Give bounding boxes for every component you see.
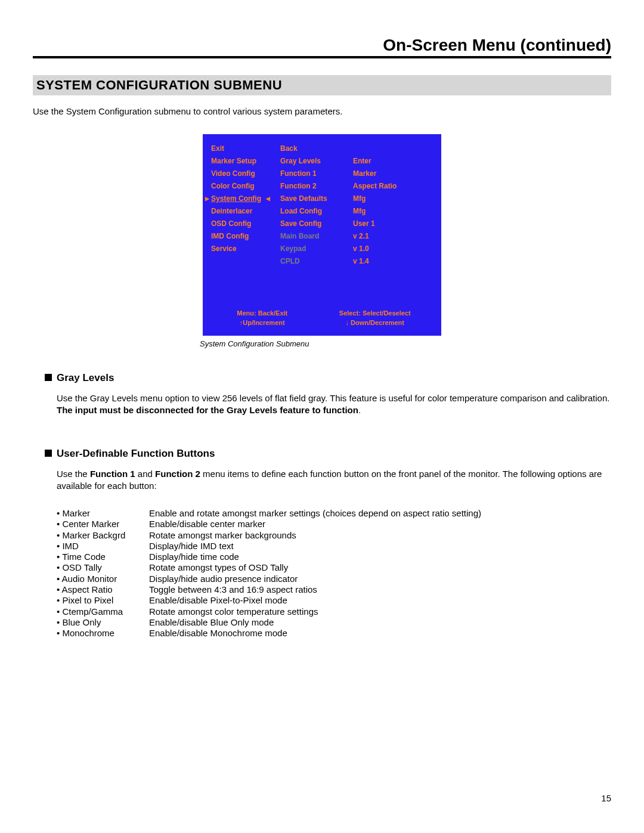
osd-hint-up: ↑Up/Increment: [237, 318, 287, 327]
option-desc: Enable/disable center marker: [149, 519, 611, 529]
option-desc: Enable/disable Pixel-to-Pixel mode: [149, 595, 611, 606]
osd-hint-select: Select: Select/Deselect: [339, 308, 411, 318]
osd-screenshot: ExitMarker SetupVideo ConfigColor Config…: [33, 134, 611, 336]
osd-item: Video Config: [211, 169, 272, 179]
osd-item: Gray Levels: [280, 156, 345, 166]
function-options-list: MarkerEnable and rotate amongst marker s…: [57, 508, 611, 639]
osd-item: Function 2: [280, 181, 345, 191]
option-row: Aspect RatioToggle between 4:3 and 16:9 …: [57, 584, 611, 595]
osd-item: [353, 144, 436, 154]
option-name: Blue Only: [57, 617, 149, 628]
section-title: SYSTEM CONFIGURATION SUBMENU: [33, 75, 611, 95]
option-desc: Rotate amongst types of OSD Tally: [149, 562, 611, 573]
osd-item: Main Board: [280, 231, 345, 241]
option-row: Audio MonitorDisplay/hide audio presence…: [57, 574, 611, 584]
osd-caption: System Configuration Submenu: [200, 339, 611, 348]
page-header: On-Screen Menu (continued): [33, 36, 611, 58]
osd-item: Back: [280, 144, 345, 154]
osd-footer: Menu: Back/Exit ↑Up/Increment Select: Se…: [211, 308, 436, 327]
osd-item: Aspect Ratio: [353, 181, 436, 191]
option-desc: Display/hide IMD text: [149, 541, 611, 552]
osd-item: v 1.0: [353, 244, 436, 254]
osd-item: OSD Config: [211, 219, 272, 229]
osd-item: Mfg: [353, 206, 436, 216]
square-bullet-icon: [45, 374, 52, 381]
option-name: Marker Backgrd: [57, 530, 149, 541]
option-name: Center Marker: [57, 519, 149, 529]
gray-levels-body: Use the Gray Levels menu option to view …: [57, 392, 611, 416]
osd-item: Marker: [353, 169, 436, 179]
osd-item: Service: [211, 244, 272, 254]
gray-levels-heading: Gray Levels: [45, 372, 611, 384]
osd-item: System Config: [211, 194, 272, 204]
osd-item: CPLD: [280, 256, 345, 267]
option-name: Monochrome: [57, 628, 149, 639]
osd-hint-down: ↓ Down/Decrement: [339, 318, 411, 327]
option-name: Audio Monitor: [57, 574, 149, 584]
osd-panel: ExitMarker SetupVideo ConfigColor Config…: [203, 134, 441, 336]
option-row: Time CodeDisplay/hide time code: [57, 552, 611, 562]
option-name: Time Code: [57, 552, 149, 562]
square-bullet-icon: [45, 450, 52, 457]
option-row: Ctemp/GammaRotate amongst color temperat…: [57, 606, 611, 617]
osd-item: Deinterlacer: [211, 206, 272, 216]
option-name: Aspect Ratio: [57, 584, 149, 595]
intro-text: Use the System Configuration submenu to …: [33, 106, 611, 116]
option-name: Marker: [57, 508, 149, 519]
option-row: MonochromeEnable/disable Monochrome mode: [57, 628, 611, 639]
option-desc: Toggle between 4:3 and 16:9 aspect ratio…: [149, 584, 611, 595]
function-buttons-body: Use the Function 1 and Function 2 menu i…: [57, 468, 611, 491]
osd-column-sub: BackGray LevelsFunction 1Function 2Save …: [280, 144, 345, 267]
option-row: Pixel to PixelEnable/disable Pixel-to-Pi…: [57, 595, 611, 606]
osd-item: Enter: [353, 156, 436, 166]
osd-item: Keypad: [280, 244, 345, 254]
option-row: OSD TallyRotate amongst types of OSD Tal…: [57, 562, 611, 573]
option-desc: Display/hide audio presence indicator: [149, 574, 611, 584]
function-buttons-heading: User-Definable Function Buttons: [45, 448, 611, 460]
osd-item: Load Config: [280, 206, 345, 216]
osd-column-values: EnterMarkerAspect RatioMfgMfgUser 1v 2.1…: [353, 144, 436, 267]
osd-item: Color Config: [211, 181, 272, 191]
osd-item: Function 1: [280, 169, 345, 179]
option-name: Pixel to Pixel: [57, 595, 149, 606]
osd-item: Exit: [211, 144, 272, 154]
option-row: IMDDisplay/hide IMD text: [57, 541, 611, 552]
osd-item: IMD Config: [211, 231, 272, 241]
page-number: 15: [601, 793, 611, 803]
osd-item: Save Defaults: [280, 194, 345, 204]
option-desc: Rotate amongst marker backgrounds: [149, 530, 611, 541]
option-name: OSD Tally: [57, 562, 149, 573]
option-name: IMD: [57, 541, 149, 552]
option-desc: Enable and rotate amongst marker setting…: [149, 508, 611, 519]
osd-item: User 1: [353, 219, 436, 229]
osd-item: Save Config: [280, 219, 345, 229]
option-desc: Enable/disable Monochrome mode: [149, 628, 611, 639]
option-row: MarkerEnable and rotate amongst marker s…: [57, 508, 611, 519]
option-desc: Enable/disable Blue Only mode: [149, 617, 611, 628]
option-row: Marker BackgrdRotate amongst marker back…: [57, 530, 611, 541]
osd-column-main: ExitMarker SetupVideo ConfigColor Config…: [211, 144, 272, 267]
osd-item: Mfg: [353, 194, 436, 204]
option-row: Blue OnlyEnable/disable Blue Only mode: [57, 617, 611, 628]
option-row: Center MarkerEnable/disable center marke…: [57, 519, 611, 529]
option-desc: Rotate amongst color temperature setting…: [149, 606, 611, 617]
option-name: Ctemp/Gamma: [57, 606, 149, 617]
osd-item: v 1.4: [353, 256, 436, 267]
option-desc: Display/hide time code: [149, 552, 611, 562]
osd-item: Marker Setup: [211, 156, 272, 166]
osd-item: v 2.1: [353, 231, 436, 241]
osd-hint-menu: Menu: Back/Exit: [237, 308, 287, 318]
